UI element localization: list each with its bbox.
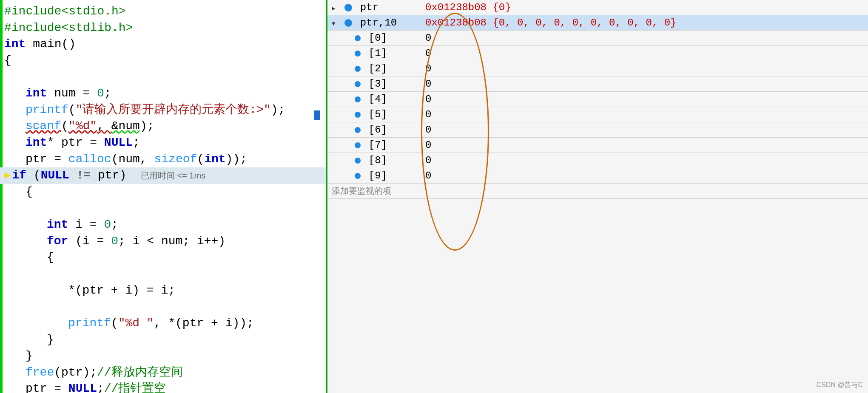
comma2: , *(ptr + i)); xyxy=(154,315,254,332)
kw-int-ptr: int xyxy=(26,135,47,151)
for-cond: (i = xyxy=(68,233,111,250)
watch-value-4: 0 xyxy=(421,92,868,107)
watch-icon-ptr10 xyxy=(344,19,352,27)
paren6: ( xyxy=(197,151,204,168)
paren5: (num, xyxy=(111,151,154,168)
watch-row-8[interactable]: [8] 0 xyxy=(327,153,868,168)
code-line-5 xyxy=(0,69,326,86)
kw-null2: NULL xyxy=(41,167,69,184)
code-line-24: ptr = NULL ; //指针置空 xyxy=(0,381,326,393)
kw-for: for xyxy=(47,233,68,250)
scanf-fn: scanf xyxy=(26,118,61,135)
code-line-4: { xyxy=(0,53,326,69)
label-ptr10: ptr,10 xyxy=(360,17,397,28)
add-watch-row[interactable]: 添加要监视的项 xyxy=(327,184,868,199)
num-zero2: 0 xyxy=(104,217,111,233)
paren1: ( xyxy=(68,102,76,119)
watch-row-1[interactable]: [1] 0 xyxy=(327,46,868,61)
watch-value-7: 0 xyxy=(421,138,868,153)
watch-name-8: [8] xyxy=(327,153,421,168)
code-line-17 xyxy=(0,266,326,283)
code-line-15: for (i = 0 ; i < num; i++) xyxy=(0,233,326,250)
brace-close2: } xyxy=(26,348,33,365)
label-4: [4] xyxy=(369,93,387,105)
watch-panel: ▶ ptr 0x01238b08 {0} ▼ ptr,10 0x01238b08… xyxy=(327,0,868,393)
include-stdlib: #include<stdlib.h> xyxy=(4,20,133,37)
watch-icon-6 xyxy=(355,127,361,133)
num-zero3: 0 xyxy=(111,233,118,250)
kw-null1: NULL xyxy=(104,135,133,151)
code-line-12: { xyxy=(0,184,326,201)
watch-icon-ptr xyxy=(344,4,352,11)
paren2: ); xyxy=(271,102,285,119)
watch-name-ptr: ▶ ptr xyxy=(327,0,421,15)
watch-icon-4 xyxy=(355,96,361,102)
label-3: [3] xyxy=(369,78,387,90)
watch-name-2: [2] xyxy=(327,61,421,76)
watch-name-3: [3] xyxy=(327,76,421,92)
semicolon3: ; xyxy=(111,217,118,233)
semicolon2: ; xyxy=(133,135,140,151)
watch-row-2[interactable]: [2] 0 xyxy=(327,61,868,76)
watch-name-1: [1] xyxy=(327,46,421,61)
watch-value-5: 0 xyxy=(421,107,868,122)
watch-value-3: 0 xyxy=(421,76,868,92)
if-cond: ( xyxy=(26,167,41,184)
printf-fn2: printf xyxy=(68,315,111,332)
watch-table: ▶ ptr 0x01238b08 {0} ▼ ptr,10 0x01238b08… xyxy=(327,0,868,199)
watch-row-7[interactable]: [7] 0 xyxy=(327,138,868,153)
watch-icon-7 xyxy=(355,142,361,148)
brace-open3: { xyxy=(47,249,54,266)
code-line-7: printf ( "请输入所要开辟内存的元素个数:>" ); xyxy=(0,102,326,119)
watch-value-8: 0 xyxy=(421,153,868,168)
num-var: num = xyxy=(47,85,97,102)
watch-row-ptr[interactable]: ▶ ptr 0x01238b08 {0} xyxy=(327,0,868,15)
ptr-assign2: *(ptr + i) = i; xyxy=(68,283,175,299)
sizeof-fn: sizeof xyxy=(154,151,197,168)
label-1: [1] xyxy=(369,48,387,59)
code-line-1: #include<stdio.h> xyxy=(0,3,326,20)
for-cond2: ; i < num; i++) xyxy=(118,233,225,250)
watch-name-5: [5] xyxy=(327,107,421,122)
semicolon1: ; xyxy=(104,85,111,102)
watch-row-ptr10[interactable]: ▼ ptr,10 0x01238b08 {0, 0, 0, 0, 0, 0, 0… xyxy=(327,15,868,31)
kw-int-sizeof: int xyxy=(204,151,225,168)
expand-icon-ptr[interactable]: ▶ xyxy=(332,5,339,11)
label-7: [7] xyxy=(369,139,387,151)
code-line-18: *(ptr + i) = i; xyxy=(0,283,326,299)
include-stdio: #include<stdio.h> xyxy=(4,3,126,20)
watch-icon-9 xyxy=(355,173,361,179)
paren7: )); xyxy=(226,151,247,168)
expand-icon-ptr10[interactable]: ▼ xyxy=(332,20,339,27)
watch-value-0: 0 xyxy=(421,31,868,46)
watch-row-3[interactable]: [3] 0 xyxy=(327,76,868,92)
str-format-d: "%d" xyxy=(68,118,97,135)
brace-open2: { xyxy=(26,184,33,201)
str-chinese: "请输入所要开辟内存的元素个数:>" xyxy=(76,102,271,119)
code-line-6: int num = 0 ; xyxy=(0,85,326,102)
code-line-14: int i = 0 ; xyxy=(0,217,326,233)
watch-row-4[interactable]: [4] 0 xyxy=(327,92,868,107)
kw-int-i: int xyxy=(47,217,68,233)
free-fn: free xyxy=(26,365,54,381)
str-format-d2: "%d " xyxy=(118,315,154,332)
kw-int-num: int xyxy=(26,85,47,102)
code-line-23: free (ptr); //释放内存空间 xyxy=(0,365,326,381)
label-2: [2] xyxy=(369,63,387,74)
watch-name-4: [4] xyxy=(327,92,421,107)
code-line-10: ptr = calloc (num, sizeof ( int )); xyxy=(0,151,326,168)
watch-name-6: [6] xyxy=(327,122,421,138)
i-decl: i = xyxy=(68,217,104,233)
watermark: CSDN @昔与C xyxy=(816,381,863,390)
watch-row-0[interactable]: [0] 0 xyxy=(327,31,868,46)
code-line-20: printf ( "%d " , *(ptr + i)); xyxy=(0,315,326,332)
label-6: [6] xyxy=(369,124,387,136)
add-watch-label[interactable]: 添加要监视的项 xyxy=(327,184,868,199)
watch-name-9: [9] xyxy=(327,168,421,184)
watch-row-5[interactable]: [5] 0 xyxy=(327,107,868,122)
code-line-3: int main() xyxy=(0,36,326,53)
watch-value-ptr10: 0x01238b08 {0, 0, 0, 0, 0, 0, 0, 0, 0, 0… xyxy=(421,15,868,31)
watch-row-9[interactable]: [9] 0 xyxy=(327,168,868,184)
watch-row-6[interactable]: [6] 0 xyxy=(327,122,868,138)
watch-value-1: 0 xyxy=(421,46,868,61)
